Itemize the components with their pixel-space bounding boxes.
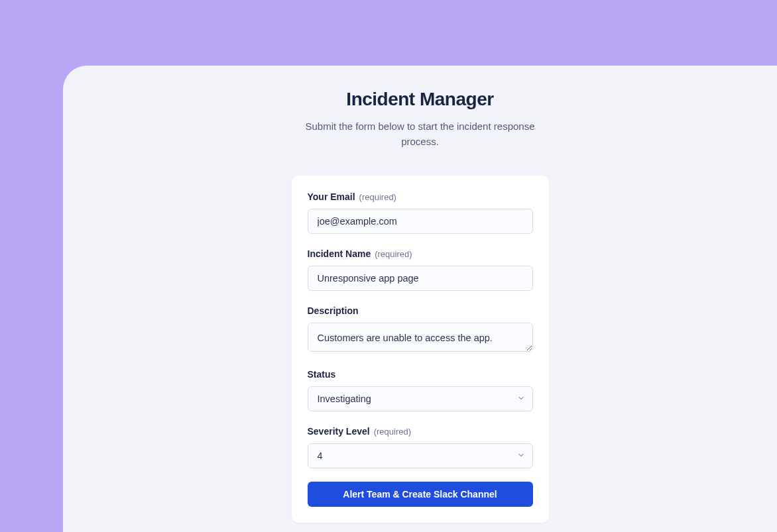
severity-group: Severity Level (required) 4 [308,426,533,468]
incident-name-input[interactable] [308,266,533,291]
severity-select-wrap: 4 [308,443,533,468]
description-label-row: Description [308,305,533,316]
severity-label: Severity Level [308,426,370,437]
description-textarea[interactable] [308,323,533,352]
page-subtitle: Submit the form below to start the incid… [301,119,540,149]
description-group: Description [308,305,533,354]
form-card: Your Email (required) Incident Name (req… [292,176,549,523]
severity-required: (required) [374,427,411,437]
severity-select[interactable]: 4 [308,443,533,468]
email-input[interactable] [308,209,533,234]
submit-button[interactable]: Alert Team & Create Slack Channel [308,482,533,507]
page-title: Incident Manager [63,89,777,110]
email-label: Your Email [308,191,355,202]
status-group: Status Investigating [308,369,533,411]
status-value: Investigating [318,394,371,404]
status-label-row: Status [308,369,533,380]
incident-name-label-row: Incident Name (required) [308,248,533,259]
incident-name-group: Incident Name (required) [308,248,533,291]
description-label: Description [308,305,359,316]
email-label-row: Your Email (required) [308,191,533,202]
main-panel: Incident Manager Submit the form below t… [63,66,777,532]
status-select-wrap: Investigating [308,386,533,411]
email-group: Your Email (required) [308,191,533,234]
email-required: (required) [359,192,396,202]
incident-name-label: Incident Name [308,248,371,259]
status-select[interactable]: Investigating [308,386,533,411]
status-label: Status [308,369,336,380]
incident-name-required: (required) [375,249,412,259]
severity-value: 4 [318,451,323,461]
severity-label-row: Severity Level (required) [308,426,533,437]
header: Incident Manager Submit the form below t… [63,66,777,149]
